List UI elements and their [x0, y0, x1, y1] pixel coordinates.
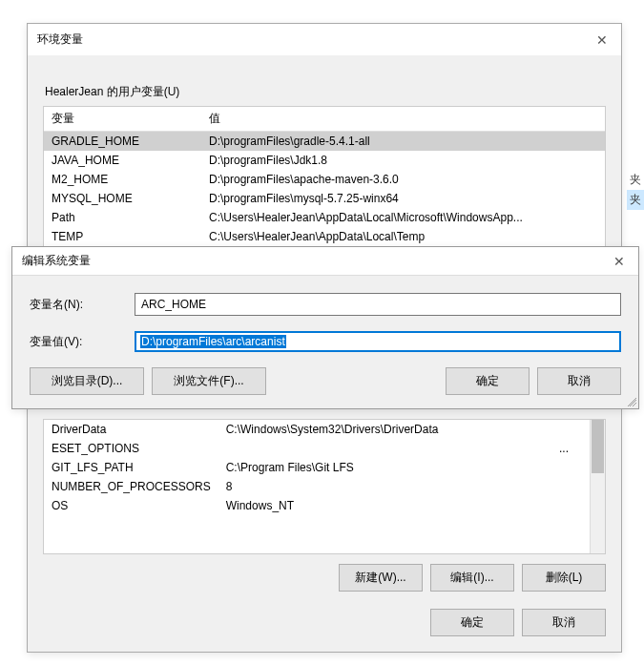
cell-var-name: M2_HOME — [44, 170, 201, 189]
cell-var-name: GRADLE_HOME — [44, 132, 201, 152]
cell-var-value: C:\Users\HealerJean\AppData\Local\Micros… — [201, 208, 605, 227]
var-value-label: 变量值(V): — [30, 334, 135, 350]
cell-var-name: GIT_LFS_PATH — [44, 458, 218, 477]
close-icon[interactable]: ✕ — [592, 32, 612, 48]
col-value[interactable]: 值 — [201, 107, 605, 132]
new-button[interactable]: 新建(W)... — [339, 564, 423, 592]
browse-dir-button[interactable]: 浏览目录(D)... — [30, 367, 144, 395]
edit-button[interactable]: 编辑(I)... — [430, 564, 514, 592]
table-row[interactable]: JAVA_HOMED:\programFiles\Jdk1.8 — [44, 151, 605, 170]
table-row[interactable]: M2_HOMED:\programFiles\apache-maven-3.6.… — [44, 170, 605, 189]
cell-var-name: DriverData — [44, 420, 218, 439]
cell-var-value: D:\programFiles\Jdk1.8 — [201, 151, 605, 170]
cell-var-value: D:\programFiles\gradle-5.4.1-all — [201, 132, 605, 152]
browse-file-button[interactable]: 浏览文件(F)... — [152, 367, 266, 395]
user-vars-table[interactable]: 变量 值 GRADLE_HOMED:\programFiles\gradle-5… — [43, 106, 606, 257]
cell-var-value: ... — [218, 439, 590, 458]
background-fragment: 夹 夹 — [627, 170, 644, 210]
table-row[interactable]: MYSQL_HOMED:\programFiles\mysql-5.7.25-w… — [44, 189, 605, 208]
cell-var-name: OS — [44, 496, 218, 515]
table-row[interactable]: ESET_OPTIONS... — [44, 439, 590, 458]
user-vars-label: HealerJean 的用户变量(U) — [45, 84, 606, 100]
cell-var-name: MYSQL_HOME — [44, 189, 201, 208]
table-row[interactable]: GRADLE_HOMED:\programFiles\gradle-5.4.1-… — [44, 132, 605, 152]
table-row[interactable]: TEMPC:\Users\HealerJean\AppData\Local\Te… — [44, 227, 605, 246]
var-name-label: 变量名(N): — [30, 297, 135, 313]
edit-dialog-titlebar: 编辑系统变量 ✕ — [12, 247, 638, 276]
edit-variable-dialog: 编辑系统变量 ✕ 变量名(N): 变量值(V): D:\programFiles… — [11, 246, 639, 409]
system-vars-table[interactable]: DriverDataC:\Windows\System32\Drivers\Dr… — [43, 419, 606, 554]
cancel-button[interactable]: 取消 — [522, 609, 606, 636]
cell-var-name: JAVA_HOME — [44, 151, 201, 170]
ok-button[interactable]: 确定 — [430, 609, 514, 636]
cell-var-value: C:\Windows\System32\Drivers\DriverData — [218, 420, 590, 439]
env-dialog-title: 环境变量 — [37, 31, 83, 48]
table-row[interactable]: NUMBER_OF_PROCESSORS8 — [44, 477, 590, 496]
cell-var-name: Path — [44, 208, 201, 227]
env-dialog-titlebar: 环境变量 ✕ — [28, 24, 621, 55]
cell-var-value: D:\programFiles\apache-maven-3.6.0 — [201, 170, 605, 189]
var-value-text: D:\programFiles\arc\arcanist — [140, 335, 286, 348]
edit-dialog-title: 编辑系统变量 — [22, 253, 91, 269]
var-name-input[interactable] — [135, 293, 621, 316]
scrollbar-thumb[interactable] — [592, 420, 604, 473]
close-icon[interactable]: ✕ — [610, 254, 629, 269]
cell-var-value: Windows_NT — [218, 496, 590, 515]
scrollbar-vertical[interactable] — [590, 420, 605, 553]
table-row[interactable]: OSWindows_NT — [44, 496, 590, 515]
table-row[interactable]: PathC:\Users\HealerJean\AppData\Local\Mi… — [44, 208, 605, 227]
col-variable[interactable]: 变量 — [44, 107, 201, 132]
frag-char-1: 夹 — [627, 170, 644, 190]
cell-var-value: 8 — [218, 477, 590, 496]
delete-button[interactable]: 删除(L) — [522, 564, 606, 592]
table-row[interactable]: DriverDataC:\Windows\System32\Drivers\Dr… — [44, 420, 590, 439]
ok-button[interactable]: 确定 — [446, 367, 530, 395]
cell-var-value: C:\Users\HealerJean\AppData\Local\Temp — [201, 227, 605, 246]
cell-var-name: ESET_OPTIONS — [44, 439, 218, 458]
table-row[interactable]: GIT_LFS_PATHC:\Program Files\Git LFS — [44, 458, 590, 477]
cell-var-name: NUMBER_OF_PROCESSORS — [44, 477, 218, 496]
cancel-button[interactable]: 取消 — [537, 367, 621, 395]
resize-grip-icon[interactable] — [625, 395, 636, 406]
cell-var-name: TEMP — [44, 227, 201, 246]
frag-char-2: 夹 — [627, 190, 644, 210]
cell-var-value: C:\Program Files\Git LFS — [218, 458, 590, 477]
var-value-input[interactable]: D:\programFiles\arc\arcanist — [135, 331, 621, 352]
cell-var-value: D:\programFiles\mysql-5.7.25-winx64 — [201, 189, 605, 208]
